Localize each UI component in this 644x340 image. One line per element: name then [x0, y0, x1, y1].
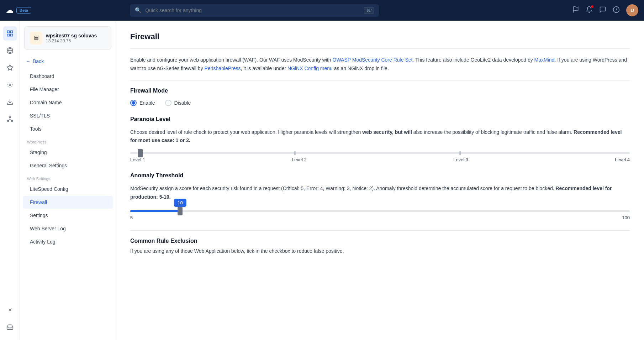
svg-rect-2 [7, 31, 9, 33]
paranoia-slider-thumb[interactable] [138, 149, 143, 157]
sidebar-icon-network[interactable] [3, 112, 17, 126]
anomaly-max-label: 100 [622, 215, 630, 220]
flag-icon[interactable] [572, 6, 579, 15]
nav-item-ssl-tls[interactable]: SSL/TLS [23, 109, 113, 122]
sidebar-icon-gear[interactable] [3, 303, 17, 317]
nav-item-web-server-log[interactable]: Web Server Log [23, 222, 113, 235]
owasp-link[interactable]: OWASP ModSecurity Core Rule Set. [333, 57, 414, 63]
anomaly-range-labels: 5 100 [130, 215, 630, 220]
svg-rect-5 [10, 34, 12, 36]
svg-rect-3 [10, 31, 12, 33]
firewall-mode-title: Firewall Mode [130, 88, 630, 94]
back-button[interactable]: ← Back [20, 56, 116, 67]
cre-title: Common Rule Exclusion [130, 238, 630, 244]
paranoia-slider-labels: Level 1 Level 2 Level 3 Level 4 [130, 157, 630, 162]
notification-dot [591, 5, 593, 8]
paranoia-desc-after: also increase the possibility of blockin… [412, 129, 574, 135]
chat-icon[interactable] [599, 6, 606, 15]
nav-web-settings: LiteSpeed Config Firewall Settings Web S… [20, 183, 116, 248]
sidebar-icon-grid[interactable] [3, 26, 17, 41]
paranoia-level-3: Level 3 [453, 157, 468, 162]
radio-disable-circle [165, 100, 171, 106]
page-title: Firewall [130, 32, 630, 41]
anomaly-slider-track[interactable] [130, 210, 630, 212]
firewall-mode-section: Firewall Mode Enable Disable [130, 88, 630, 106]
sidebar-icon-inbox[interactable] [3, 320, 17, 334]
logo-icon: ☁ [6, 6, 14, 15]
anomaly-title: Anomaly Threshold [130, 172, 630, 179]
anomaly-min-label: 5 [130, 215, 133, 220]
nav-item-file-manager[interactable]: File Manager [23, 83, 113, 96]
back-label: Back [33, 58, 44, 64]
main-layout: 🖥 wpsites07 sg soluvas 13.214.20.75 ← Ba… [0, 21, 644, 340]
svg-line-16 [10, 120, 12, 121]
paranoia-level-1: Level 1 [130, 157, 145, 162]
paranoia-section: Paranoia Level Choose desired level of r… [130, 116, 630, 163]
desc-text-1: Enable and configure your web applicatio… [130, 57, 333, 63]
anomaly-slider-wrap: 10 [130, 210, 630, 212]
nav-item-dashboard[interactable]: Dashboard [23, 70, 113, 83]
sidebar-icon-download[interactable] [3, 95, 17, 109]
wordpress-section-label: WordPress [20, 136, 116, 146]
anomaly-section: Anomaly Threshold ModSecurity assign a s… [130, 172, 630, 220]
nav-item-tools[interactable]: Tools [23, 122, 113, 135]
paranoia-level-2: Level 2 [292, 157, 307, 162]
anomaly-description: ModSecurity assign a score for each secu… [130, 184, 630, 202]
paranoia-desc-bold: web security, but will [362, 129, 412, 135]
anomaly-slider-thumb[interactable] [178, 207, 183, 215]
search-input[interactable] [145, 7, 360, 13]
svg-rect-4 [7, 34, 9, 36]
paranoia-level-4: Level 4 [615, 157, 630, 162]
main-content: Firewall Enable and configure your web a… [116, 21, 644, 340]
svg-point-9 [9, 84, 11, 86]
radio-disable[interactable]: Disable [165, 100, 191, 106]
paranoia-tick-2 [459, 151, 460, 155]
paranoia-slider-section: Level 1 Level 2 Level 3 Level 4 [130, 152, 630, 162]
svg-point-11 [9, 116, 11, 118]
perishablepress-link[interactable]: PerishablePress [205, 66, 241, 71]
search-icon: 🔍 [135, 7, 142, 14]
maxmind-link[interactable]: MaxMind [534, 57, 555, 63]
icon-sidebar [0, 21, 20, 340]
firewall-mode-radio-group: Enable Disable [130, 100, 630, 106]
anomaly-divider [130, 230, 630, 231]
nav-item-domain-name[interactable]: Domain Name [23, 96, 113, 109]
radio-enable-circle [130, 100, 137, 106]
nav-item-settings[interactable]: Settings [23, 209, 113, 222]
bell-icon[interactable] [586, 6, 593, 15]
radio-enable-label: Enable [139, 100, 155, 106]
nav-item-general-settings[interactable]: General Settings [23, 159, 113, 172]
topnav-right: U [572, 4, 638, 16]
sidebar-icon-settings[interactable] [3, 78, 17, 92]
server-info: wpsites07 sg soluvas 13.214.20.75 [46, 33, 97, 43]
user-circle-icon[interactable] [613, 6, 620, 15]
cre-description: If you are using any of those Web Applic… [130, 247, 630, 256]
svg-marker-8 [7, 65, 13, 70]
server-ip: 13.214.20.75 [46, 38, 97, 43]
avatar[interactable]: U [626, 4, 638, 16]
desc-text-4: , it is available under [241, 66, 287, 71]
search-bar[interactable]: 🔍 ⌘/ [130, 4, 379, 17]
anomaly-fill [130, 210, 180, 212]
common-rule-section: Common Rule Exclusion If you are using a… [130, 238, 630, 256]
back-chevron-icon: ← [26, 58, 31, 64]
radio-enable[interactable]: Enable [130, 100, 155, 106]
nav-item-firewall[interactable]: Firewall [23, 196, 113, 209]
nav-item-activity-log[interactable]: Activity Log [23, 235, 113, 248]
nginx-config-link[interactable]: NGiNX Config menu [287, 66, 333, 71]
nav-wordpress: Staging General Settings [20, 146, 116, 172]
nav-item-litespeed[interactable]: LiteSpeed Config [23, 183, 113, 195]
server-icon: 🖥 [30, 32, 42, 45]
radio-disable-label: Disable [174, 100, 191, 106]
logo-area: ☁ Beta [6, 6, 31, 15]
paranoia-desc-before: Choose desired level of rule check to pr… [130, 129, 362, 135]
server-name: wpsites07 sg soluvas [46, 33, 97, 38]
sidebar-icon-globe[interactable] [3, 43, 17, 58]
nav-main: Dashboard File Manager Domain Name SSL/T… [20, 70, 116, 135]
avatar-initials: U [630, 8, 634, 13]
paranoia-slider-track[interactable] [130, 152, 630, 154]
nav-item-staging[interactable]: Staging [23, 146, 113, 159]
sidebar-icon-star[interactable] [3, 61, 17, 75]
firewall-description: Enable and configure your web applicatio… [130, 56, 630, 73]
desc-divider [130, 80, 630, 80]
